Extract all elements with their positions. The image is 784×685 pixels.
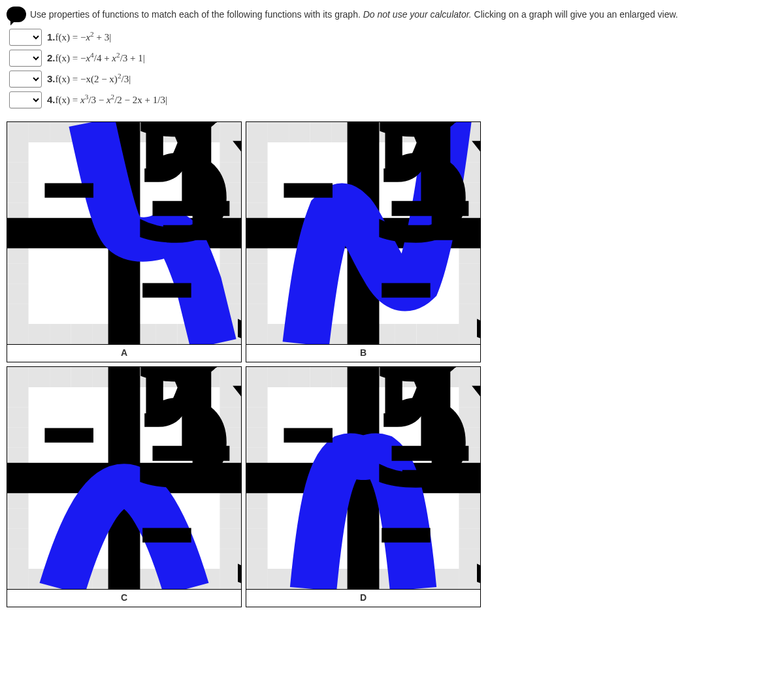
fn-1: 1.f(x) = −x2 + 3| xyxy=(47,31,111,43)
instructions-lead: Use properties of functions to match eac… xyxy=(30,9,363,20)
graph-cell-a: -5 5 5 -5 x y 1.0 1.0 A xyxy=(7,121,242,362)
question-row-2: 2.f(x) = −x4/4 + x2/3 + 1| xyxy=(9,50,777,67)
fn-3: 3.f(x) = −x(2 − x)2/3| xyxy=(47,73,131,85)
graph-b[interactable]: -5 5 5 -5 x y 1.0 1.0 xyxy=(246,122,480,345)
graph-label-b: B xyxy=(246,345,480,362)
graph-label-d: D xyxy=(246,590,480,607)
answer-select-3[interactable] xyxy=(9,71,42,88)
graph-a[interactable]: -5 5 5 -5 x y 1.0 1.0 xyxy=(7,122,241,345)
plot-b: -5 5 5 -5 x y 1.0 1.0 xyxy=(246,122,480,344)
instructions-italic: Do not use your calculator. xyxy=(363,9,472,20)
graph-grid: -5 5 5 -5 x y 1.0 1.0 A xyxy=(7,121,777,607)
graph-cell-b: -5 5 5 -5 x y 1.0 1.0 B xyxy=(246,121,481,362)
graph-c[interactable]: -5 5 5 -5 x y 1.0 1.0 xyxy=(7,367,241,590)
speech-bubble-icon xyxy=(7,7,26,22)
question-list: 1.f(x) = −x2 + 3| 2.f(x) = −x4/4 + x2/3 … xyxy=(9,29,777,108)
graph-label-c: C xyxy=(7,590,241,607)
instructions-row: Use properties of functions to match eac… xyxy=(7,7,777,22)
instructions-trail: Clicking on a graph will give you an enl… xyxy=(472,9,678,20)
answer-select-1[interactable] xyxy=(9,29,42,46)
graph-cell-d: -5 5 5 -5 x y 1.0 1.0 D xyxy=(246,366,481,607)
instructions-text: Use properties of functions to match eac… xyxy=(30,9,678,20)
fn-4: 4.f(x) = x3/3 − x2/2 − 2x + 1/3| xyxy=(47,94,167,106)
svg-text:1.0: 1.0 xyxy=(138,122,241,283)
question-row-4: 4.f(x) = x3/3 − x2/2 − 2x + 1/3| xyxy=(9,91,777,108)
graph-d[interactable]: -5 5 5 -5 x y 1.0 1.0 xyxy=(246,367,480,590)
plot-d: -5 5 5 -5 x y 1.0 1.0 xyxy=(246,367,480,589)
svg-text:1.0: 1.0 xyxy=(377,367,480,528)
answer-select-2[interactable] xyxy=(9,50,42,67)
answer-select-4[interactable] xyxy=(9,91,42,108)
graph-cell-c: -5 5 5 -5 x y 1.0 1.0 C xyxy=(7,366,242,607)
question-row-1: 1.f(x) = −x2 + 3| xyxy=(9,29,777,46)
plot-a: -5 5 5 -5 x y 1.0 1.0 xyxy=(7,122,241,344)
svg-text:1.0: 1.0 xyxy=(138,367,241,528)
fn-2: 2.f(x) = −x4/4 + x2/3 + 1| xyxy=(47,52,145,64)
plot-c: -5 5 5 -5 x y 1.0 1.0 xyxy=(7,367,241,589)
svg-text:1.0: 1.0 xyxy=(377,122,480,283)
graph-label-a: A xyxy=(7,345,241,362)
question-row-3: 3.f(x) = −x(2 − x)2/3| xyxy=(9,71,777,88)
